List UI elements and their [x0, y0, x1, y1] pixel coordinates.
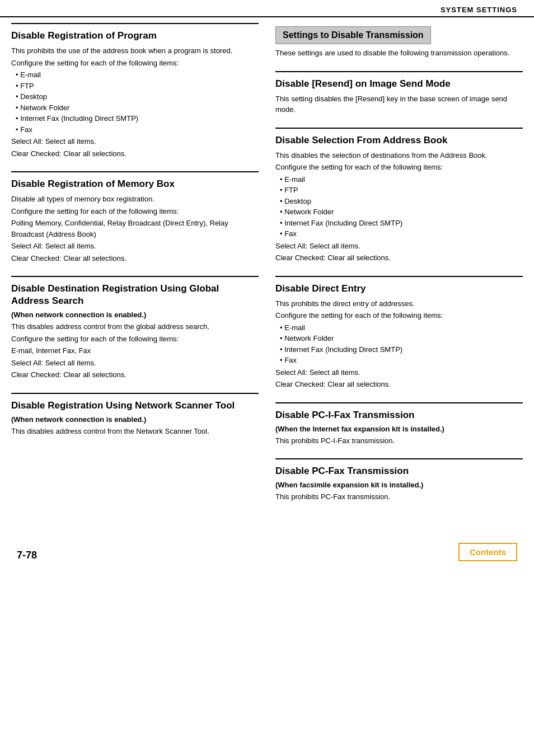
list-item: FTP [280, 185, 523, 196]
list-item: E-mail [280, 174, 523, 185]
right-column: Settings to Disable Transmission These s… [270, 23, 523, 515]
section-title-pc-fax: Disable PC-Fax Transmission [275, 465, 523, 477]
left-column: Disable Registration of Program This pro… [11, 23, 264, 515]
list-item: Desktop [280, 196, 523, 207]
list-item: E-mail [280, 322, 523, 334]
section-disable-pc-fax: Disable PC-Fax Transmission (When facsim… [275, 458, 523, 511]
section-subtitle-pc-i-fax: (When the Internet fax expansion kit is … [275, 425, 523, 433]
list-item: Fax [280, 355, 523, 366]
header-bar: SYSTEM SETTINGS [0, 0, 534, 17]
settings-to-disable-box: Settings to Disable Transmission [275, 26, 431, 44]
section-disable-destination-global: Disable Destination Registration Using G… [11, 276, 259, 389]
list-item: Internet Fax (Including Direct SMTP) [280, 344, 523, 355]
footer-bar: 7-78 Contents [0, 532, 534, 567]
section-title-pc-i-fax: Disable PC-I-Fax Transmission [275, 409, 523, 421]
list-item: Internet Fax (Including Direct SMTP) [16, 113, 259, 124]
list-item: Desktop [16, 91, 259, 102]
section-disable-registration-program: Disable Registration of Program This pro… [11, 23, 259, 168]
section-disable-direct-entry: Disable Direct Entry This prohibits the … [275, 276, 523, 399]
section-title-address-book: Disable Selection From Address Book [275, 134, 523, 147]
section-title-2: Disable Registration of Memory Box [11, 178, 259, 190]
section-title-direct-entry: Disable Direct Entry [275, 283, 523, 295]
section-disable-selection-address-book: Disable Selection From Address Book This… [275, 128, 523, 273]
settings-to-disable-section: Settings to Disable Transmission These s… [275, 23, 523, 68]
section-disable-resend: Disable [Resend] on Image Send Mode This… [275, 71, 523, 124]
section-title-resend: Disable [Resend] on Image Send Mode [275, 78, 523, 90]
section-subtitle-4: (When network connection is enabled.) [11, 415, 259, 424]
list-item: FTP [16, 81, 259, 92]
section-disable-pc-i-fax: Disable PC-I-Fax Transmission (When the … [275, 402, 523, 456]
list-item: Fax [16, 124, 259, 135]
section-title-3: Disable Destination Registration Using G… [11, 283, 259, 307]
section-disable-network-scanner: Disable Registration Using Network Scann… [11, 393, 259, 446]
list-item: E-mail [16, 69, 259, 81]
header-title: SYSTEM SETTINGS [441, 6, 517, 14]
page-number: 7-78 [17, 550, 37, 561]
section-title-1: Disable Registration of Program [11, 30, 259, 42]
section-disable-registration-memory-box: Disable Registration of Memory Box Disab… [11, 171, 259, 273]
list-item: Network Folder [280, 206, 523, 218]
list-item: Internet Fax (Including Direct SMTP) [280, 218, 523, 229]
list-item: Network Folder [280, 333, 523, 344]
section-title-4: Disable Registration Using Network Scann… [11, 400, 259, 412]
list-item: Network Folder [16, 102, 259, 114]
list-item: Fax [280, 228, 523, 240]
section-subtitle-pc-fax: (When facsimile expansion kit is install… [275, 481, 523, 489]
contents-button[interactable]: Contents [458, 543, 517, 561]
section-subtitle-3: (When network connection is enabled.) [11, 311, 259, 319]
